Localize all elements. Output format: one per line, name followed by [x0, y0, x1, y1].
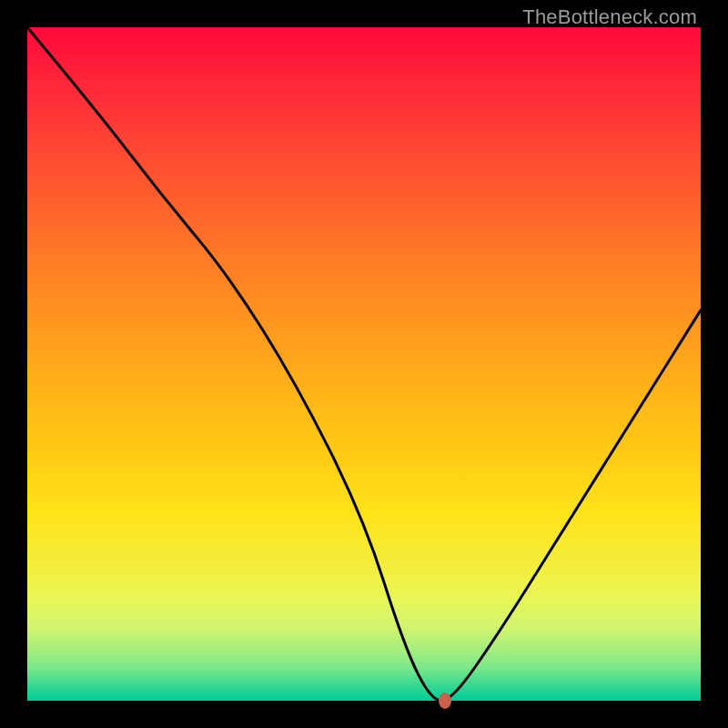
watermark-text: TheBottleneck.com [522, 5, 697, 29]
plot-area [27, 27, 701, 701]
bottleneck-curve [27, 27, 701, 701]
chart-frame: TheBottleneck.com [0, 0, 728, 728]
optimal-marker [439, 693, 451, 709]
